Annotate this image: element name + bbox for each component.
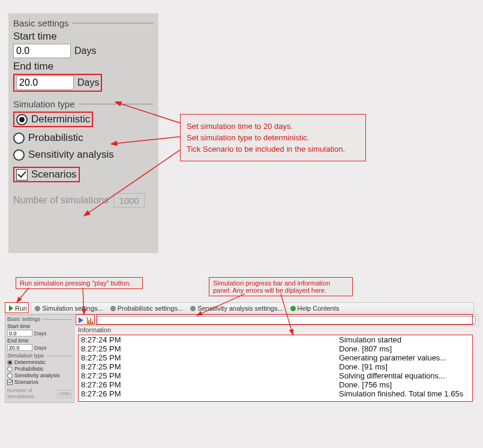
gear-icon [35, 306, 40, 311]
log-row: 8:27:25 PMSolving differential equations… [79, 371, 472, 380]
log-row: 8:27:25 PMDone. [91 ms] [79, 362, 472, 371]
log-row: 8:27:25 PMDone. [807 ms] [79, 344, 472, 353]
radio-sensitivity-label: Sensitivity analysis [14, 372, 60, 378]
log-message: Generating parameter values... [339, 353, 470, 362]
checkbox-scenarios[interactable] [7, 380, 13, 385]
radio-probabilistic[interactable] [7, 366, 13, 372]
tab-help-contents[interactable]: Help Contents [287, 303, 343, 314]
number-of-simulations-value: 1000 [57, 390, 72, 398]
annotation-line: Set simulation time to 20 days. [187, 122, 359, 131]
information-log: 8:27:24 PMSimulation started 8:27:25 PMD… [78, 335, 473, 402]
radio-deterministic-label: Deterministic [14, 359, 46, 365]
basic-settings-label: Basic settings [13, 18, 69, 28]
number-of-simulations-label: Number of simulations [13, 195, 109, 206]
information-panel-title: Information [78, 326, 111, 333]
log-message: Simulation finished. Total time 1.65s [339, 389, 470, 398]
radio-probabilistic-label: Probabilistic [28, 132, 83, 144]
log-row: 8:27:26 PMDone. [756 ms] [79, 380, 472, 389]
simulation-type-label: Simulation type [13, 99, 75, 109]
log-time: 8:27:26 PM [81, 380, 339, 389]
end-time-unit: Days [77, 77, 99, 88]
log-message: Done. [807 ms] [339, 344, 470, 353]
start-time-label: Start time [7, 323, 72, 329]
tab-simulation-settings-label: Simulation settings... [42, 305, 103, 312]
tab-probabilistic-settings-label: Probabilistic settings... [118, 305, 183, 312]
radio-sensitivity-analysis[interactable] [13, 149, 25, 161]
log-row: 8:27:24 PMSimulation started [79, 335, 472, 344]
log-time: 8:27:24 PM [81, 335, 339, 344]
gear-icon [190, 306, 196, 311]
simulation-type-group-title: Simulation type [13, 99, 154, 109]
basic-settings-group-title: Basic settings [13, 18, 154, 28]
divider [79, 104, 154, 104]
highlight-play-button [76, 314, 95, 325]
radio-sensitivity-label: Sensitivity analysis [28, 149, 114, 161]
help-icon [290, 306, 296, 311]
log-message: Done. [91 ms] [339, 362, 470, 371]
tab-probabilistic-settings[interactable]: Probabilistic settings... [107, 303, 187, 314]
start-time-input[interactable] [13, 44, 71, 58]
checkbox-scenarios[interactable] [16, 169, 28, 181]
run-view: Run simulation pressing "play" button. S… [5, 277, 474, 412]
basic-settings-label: Basic settings [7, 316, 41, 322]
tab-simulation-settings[interactable]: Simulation settings... [31, 303, 107, 314]
end-time-input[interactable] [16, 76, 74, 90]
simulation-settings-panel-small: Basic settings Start time Days End time … [5, 314, 74, 403]
log-message: Solving differential equations... [339, 371, 470, 380]
log-row: 8:27:26 PMSimulation finished. Total tim… [79, 389, 472, 398]
log-message: Simulation started [339, 335, 470, 344]
highlight-progress-bar [96, 314, 473, 325]
number-of-simulations-value: 1000 [113, 193, 145, 208]
simulation-type-label: Simulation type [7, 353, 44, 359]
log-time: 8:27:25 PM [81, 362, 339, 371]
radio-probabilistic-label: Probabilistic [14, 366, 44, 372]
start-time-label: Start time [13, 31, 154, 43]
tab-sensitivity-settings-label: Sensitivity analysis settings... [197, 305, 283, 312]
radio-sensitivity-analysis[interactable] [7, 373, 13, 378]
log-time: 8:27:25 PM [81, 344, 339, 353]
annotation-line: Set simulation type to deterministic. [187, 133, 359, 142]
tab-help-label: Help Contents [298, 305, 340, 312]
annotation-instructions-top: Set simulation time to 20 days. Set simu… [180, 114, 366, 161]
radio-probabilistic[interactable] [13, 133, 25, 144]
end-time-label: End time [13, 61, 154, 73]
end-time-label: End time [7, 338, 72, 344]
checkbox-scenarios-label: Scenarios [14, 379, 38, 385]
log-time: 8:27:25 PM [81, 353, 339, 362]
annotation-line: Tick Scenario to be included in the simu… [187, 145, 359, 154]
divider [73, 23, 154, 23]
start-time-input[interactable] [7, 330, 32, 336]
radio-deterministic[interactable] [16, 114, 28, 125]
log-row: 8:27:25 PMGenerating parameter values... [79, 353, 472, 362]
log-message: Done. [756 ms] [339, 380, 470, 389]
number-of-simulations-label: Number of simulations [7, 387, 55, 399]
gear-icon [110, 306, 116, 311]
end-time-unit: Days [34, 345, 47, 351]
highlight-run-tab [5, 302, 29, 313]
annotation-progress-panel: Simulation progress bar and information … [209, 277, 353, 296]
start-time-unit: Days [34, 330, 47, 336]
main-tabbar: Run Simulation settings... Probabilistic… [5, 302, 474, 314]
simulation-settings-panel: Basic settings Start time Days End time … [8, 13, 158, 253]
checkbox-scenarios-label: Scenarios [31, 169, 77, 181]
end-time-input[interactable] [7, 344, 32, 351]
tab-sensitivity-settings[interactable]: Sensitivity analysis settings... [187, 303, 286, 314]
svg-line-3 [17, 288, 29, 302]
radio-deterministic[interactable] [7, 360, 13, 365]
annotation-run-button: Run simulation pressing "play" button. [16, 277, 143, 289]
radio-deterministic-label: Deterministic [31, 113, 90, 125]
log-time: 8:27:26 PM [81, 389, 339, 398]
start-time-unit: Days [74, 46, 96, 56]
log-time: 8:27:25 PM [81, 371, 339, 380]
